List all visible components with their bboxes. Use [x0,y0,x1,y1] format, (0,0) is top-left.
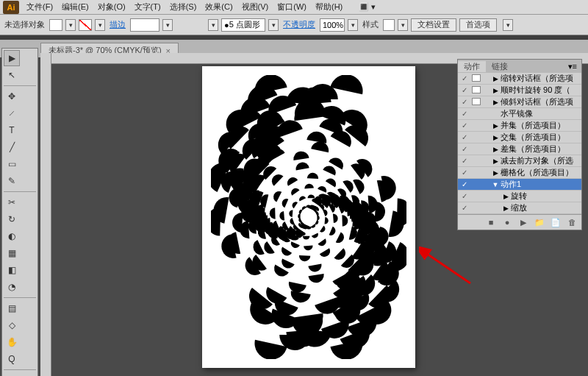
fill-swatch[interactable] [49,19,62,31]
stroke-weight-field[interactable] [130,18,159,32]
vp-drop[interactable] [208,19,218,31]
menu-help[interactable]: 帮助(H) [311,1,347,13]
action-dialog[interactable] [471,86,481,95]
menu-type[interactable]: 文字(T) [130,1,165,13]
panel-tab-links[interactable]: 链接 [486,61,514,72]
action-row-6[interactable]: ✓▶差集（所选项目） [458,143,581,155]
action-label: 倾斜对话框（所选项 [501,96,580,107]
tool-3[interactable]: ⟋ [4,105,20,121]
menu-object[interactable]: 对象(O) [93,1,130,13]
expand-arrow-icon[interactable]: ▶ [492,75,499,82]
ruler-vertical[interactable] [40,53,51,376]
brush-drop[interactable] [268,19,279,31]
document-setup-button[interactable]: 文档设置 [411,18,456,32]
menu-window[interactable]: 窗口(W) [273,1,311,13]
action-toggle[interactable]: ✓ [459,98,470,106]
expand-arrow-icon[interactable]: ▶ [492,134,499,141]
action-dialog[interactable] [471,74,481,83]
action-row-4[interactable]: ✓▶并集（所选项目） [458,120,581,132]
tool-17[interactable]: Q [4,351,20,367]
opacity-field[interactable]: 100% [320,18,345,32]
tool-13[interactable]: ◔ [4,279,20,295]
expand-arrow-icon[interactable]: ▶ [502,205,509,212]
opacity-drop[interactable] [348,19,358,31]
trash-icon[interactable]: 🗑 [567,217,577,227]
action-toggle[interactable]: ✓ [459,157,470,165]
tool-2[interactable]: ✥ [4,88,20,104]
opacity-label[interactable]: 不透明度 [282,19,317,30]
menu-effect[interactable]: 效果(C) [201,1,237,13]
brush-field[interactable]: ● 5 点圆形 [221,18,265,32]
action-row-8[interactable]: ✓▶栅格化（所选项目） [458,167,581,179]
action-row-5[interactable]: ✓▶交集（所选项目） [458,132,581,143]
action-row-0[interactable]: ✓▶缩转对话框（所选项 [458,73,581,85]
panel-tab-actions[interactable]: 动作 [458,61,486,72]
action-row-1[interactable]: ✓▶顺时针旋转 90 度（ [458,85,581,96]
action-row-7[interactable]: ✓▶减去前方对象（所选 [458,155,581,167]
play-icon[interactable]: ▶ [518,217,528,227]
action-toggle[interactable]: ✓ [459,86,470,94]
action-toggle[interactable]: ✓ [459,133,470,141]
tool-10[interactable]: ◐ [4,228,20,244]
tool-6[interactable]: ▭ [4,156,20,172]
menu-view[interactable]: 视图(V) [237,1,273,13]
action-row-9[interactable]: ✓▼动作1 [458,179,581,191]
panel-menu-icon[interactable]: ▾≡ [564,62,581,71]
tool-18[interactable]: ⊞ [4,372,20,376]
tool-5[interactable]: ╱ [4,139,20,155]
tool-8[interactable]: ✂ [4,194,20,210]
action-row-3[interactable]: ✓水平镜像 [458,108,581,120]
record-icon[interactable]: ● [502,217,512,227]
artboard[interactable] [202,66,415,368]
action-row-11[interactable]: ✓▶缩放 [458,202,581,214]
expand-arrow-icon[interactable]: ▼ [492,181,499,188]
menu-edit[interactable]: 编辑(E) [57,1,93,13]
expand-arrow-icon[interactable]: ▶ [492,87,499,94]
expand-arrow-icon[interactable]: ▶ [492,122,499,130]
menu-file[interactable]: 文件(F) [22,1,57,13]
action-toggle[interactable]: ✓ [459,74,470,82]
prefs-drop[interactable] [503,19,513,31]
action-label: 差集（所选项目） [501,143,580,155]
tool-4[interactable]: T [4,122,20,138]
expand-arrow-icon[interactable]: ▶ [492,99,499,106]
tool-15[interactable]: ◇ [4,317,20,333]
stroke-weight-drop[interactable] [162,19,173,31]
action-toggle[interactable]: ✓ [459,204,470,212]
menu-select[interactable]: 选择(S) [165,1,201,13]
expand-arrow-icon[interactable]: ▶ [492,146,499,153]
action-label: 缩放 [511,202,580,213]
new-action-icon[interactable]: 📄 [551,217,561,227]
tool-9[interactable]: ↻ [4,211,20,227]
expand-arrow-icon[interactable]: ▶ [492,157,499,165]
stroke-label[interactable]: 描边 [108,19,127,30]
tool-0[interactable]: ▶ [4,50,20,66]
style-drop[interactable] [398,19,408,31]
action-toggle[interactable]: ✓ [459,110,470,118]
tool-7[interactable]: ✎ [4,173,20,189]
preferences-button[interactable]: 首选项 [459,18,497,32]
action-row-2[interactable]: ✓▶倾斜对话框（所选项 [458,96,581,108]
workspace-switcher-icon[interactable]: 🔳 ▾ [354,2,380,12]
action-toggle[interactable]: ✓ [459,180,470,188]
stroke-swatch[interactable] [79,19,92,31]
expand-arrow-icon[interactable]: ▶ [502,193,509,200]
action-toggle[interactable]: ✓ [459,145,470,153]
action-toggle[interactable]: ✓ [459,121,470,130]
tool-11[interactable]: ▦ [4,245,20,261]
stroke-dropdown[interactable] [95,19,105,31]
tool-16[interactable]: ✋ [4,334,20,350]
tool-12[interactable]: ◧ [4,262,20,278]
style-swatch[interactable] [383,19,395,31]
action-row-10[interactable]: ✓▶旋转 [458,191,581,202]
action-label: 动作1 [501,179,580,190]
stop-icon[interactable]: ■ [486,217,496,227]
new-set-icon[interactable]: 📁 [534,217,545,227]
expand-arrow-icon[interactable]: ▶ [492,169,499,177]
action-toggle[interactable]: ✓ [459,169,470,177]
action-toggle[interactable]: ✓ [459,192,470,200]
fill-dropdown[interactable] [65,19,76,31]
tool-1[interactable]: ↖ [4,67,20,83]
tool-14[interactable]: ▤ [4,300,20,316]
action-dialog[interactable] [471,98,481,107]
